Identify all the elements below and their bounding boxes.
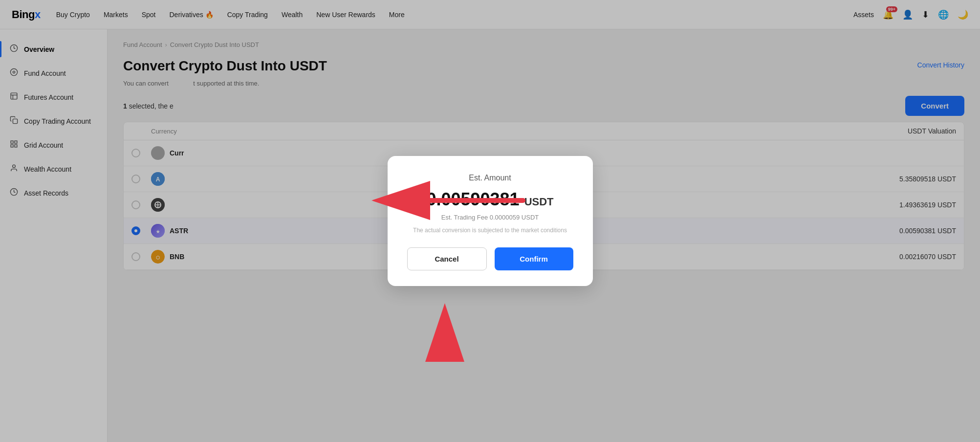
modal-overlay: Est. Amount 0.00590381 USDT Est. Trading… [0,0,980,442]
modal-buttons: Cancel Confirm [407,247,573,270]
cancel-button[interactable]: Cancel [407,247,487,270]
modal-notice: The actual conversion is subjected to th… [407,227,573,234]
confirm-button[interactable]: Confirm [495,247,573,270]
modal-fee: Est. Trading Fee 0.0000059 USDT [407,214,573,221]
modal-amount: 0.00590381 USDT [407,189,573,210]
confirm-modal: Est. Amount 0.00590381 USDT Est. Trading… [388,156,593,286]
modal-fee-label: Est. Trading Fee [441,214,488,221]
modal-title: Est. Amount [407,174,573,182]
modal-fee-value: 0.0000059 USDT [490,214,539,221]
modal-amount-value: 0.00590381 [426,189,519,209]
modal-amount-unit: USDT [524,196,554,208]
